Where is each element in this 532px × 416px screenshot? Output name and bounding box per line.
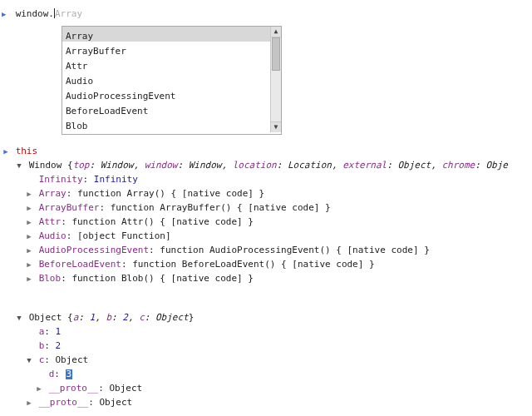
autocomplete-item[interactable]: ArrayBuffer xyxy=(62,42,270,57)
property-key: AudioProcessingEvent xyxy=(39,245,149,255)
expand-arrow-icon[interactable] xyxy=(2,146,10,156)
property-row[interactable]: Attr: function Attr() { [native code] } xyxy=(0,215,532,229)
property-value: [object Function] xyxy=(77,230,171,241)
property-row[interactable]: Blob: function Blob() { [native code] } xyxy=(0,271,532,285)
expand-arrow-icon[interactable] xyxy=(25,397,33,408)
property-value: 1 xyxy=(56,326,62,337)
scroll-up-icon[interactable]: ▲ xyxy=(271,27,281,37)
scroll-down-icon[interactable]: ▼ xyxy=(271,121,281,132)
property-value: function ArrayBuffer() { [native code] } xyxy=(111,202,331,213)
console-input-typed: window. xyxy=(16,8,54,19)
autocomplete-item[interactable]: Audio xyxy=(62,72,270,87)
property-row[interactable]: __proto__: Object xyxy=(0,381,532,395)
property-row[interactable]: __proto__: Object xyxy=(0,395,532,409)
autocomplete-popup[interactable]: Array ArrayBuffer Attr Audio AudioProces… xyxy=(62,26,282,135)
expand-arrow-icon[interactable] xyxy=(35,383,43,394)
property-value: Object xyxy=(109,383,142,394)
property-row: a: 1 xyxy=(0,324,532,339)
property-value: function Attr() { [native code] } xyxy=(71,216,254,227)
autocomplete-list[interactable]: Array ArrayBuffer Attr Audio AudioProces… xyxy=(62,27,270,131)
expand-arrow-icon[interactable] xyxy=(25,273,33,284)
expand-arrow-icon[interactable] xyxy=(25,216,33,227)
property-key: BeforeLoadEvent xyxy=(39,259,121,270)
property-row[interactable]: Array: function Array() { [native code] … xyxy=(0,186,532,201)
property-value: 2 xyxy=(56,340,62,351)
property-key: Array xyxy=(39,188,66,199)
prompt-icon: ▶ xyxy=(2,10,10,18)
property-key: Audio xyxy=(39,230,66,241)
result-this-row: this xyxy=(0,144,532,158)
expand-arrow-icon[interactable] xyxy=(25,245,33,255)
property-value: function Array() { [native code] } xyxy=(77,188,264,199)
scrollbar-thumb[interactable] xyxy=(272,37,280,71)
property-value: function AudioProcessingEvent() { [nativ… xyxy=(160,245,430,255)
property-row: Infinity: Infinity xyxy=(0,172,532,186)
property-value: function Blob() { [native code] } xyxy=(71,273,254,284)
property-value: Object xyxy=(99,397,132,408)
property-row[interactable]: c: Object xyxy=(0,353,532,367)
property-row[interactable]: d: 3 xyxy=(0,367,532,381)
console-input-row[interactable]: ▶ window.Array xyxy=(0,0,532,21)
expand-arrow-icon[interactable] xyxy=(25,354,33,365)
property-value: Object xyxy=(56,354,89,365)
property-row: b: 2 xyxy=(0,339,532,353)
proto-key: __proto__ xyxy=(49,383,99,394)
property-value: Infinity xyxy=(94,174,138,185)
this-label: this xyxy=(16,146,38,156)
property-row[interactable]: AudioProcessingEvent: function AudioProc… xyxy=(0,243,532,257)
property-key: ArrayBuffer xyxy=(39,202,100,213)
property-row[interactable]: ArrayBuffer: function ArrayBuffer() { [n… xyxy=(0,201,532,215)
console-input-ghost: Array xyxy=(55,8,82,19)
expand-arrow-icon[interactable] xyxy=(25,188,33,199)
expand-arrow-icon[interactable] xyxy=(15,160,23,171)
window-preview-row[interactable]: Window {top: Window, window: Window, loc… xyxy=(0,158,532,172)
object-type: Object xyxy=(29,312,62,323)
proto-key: __proto__ xyxy=(39,397,89,408)
expand-arrow-icon[interactable] xyxy=(25,202,33,213)
autocomplete-item[interactable]: Array xyxy=(62,27,270,42)
expand-arrow-icon[interactable] xyxy=(25,230,33,241)
property-key: Blob xyxy=(39,273,62,284)
autocomplete-item[interactable]: AudioProcessingEvent xyxy=(62,87,270,102)
property-key: Infinity xyxy=(39,174,83,185)
property-key: Attr xyxy=(39,216,62,227)
selected-value[interactable]: 3 xyxy=(66,369,73,379)
property-row[interactable]: BeforeLoadEvent: function BeforeLoadEven… xyxy=(0,257,532,271)
property-value: function BeforeLoadEvent() { [native cod… xyxy=(132,259,374,270)
expand-arrow-icon[interactable] xyxy=(25,259,33,270)
object-preview-row[interactable]: Object {a: 1, b: 2, c: Object} xyxy=(0,310,532,324)
property-row[interactable]: Audio: [object Function] xyxy=(0,229,532,243)
object-type: Window xyxy=(29,160,62,171)
autocomplete-scrollbar[interactable]: ▲ ▼ xyxy=(270,27,281,132)
expand-arrow-icon[interactable] xyxy=(15,312,23,323)
